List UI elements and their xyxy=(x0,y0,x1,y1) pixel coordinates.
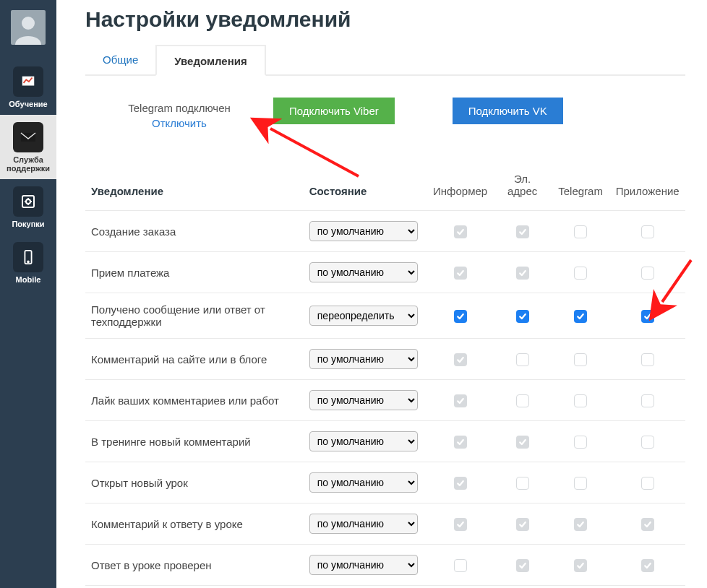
checkbox xyxy=(454,267,467,280)
checkbox[interactable] xyxy=(454,310,467,323)
checkbox xyxy=(516,225,529,238)
table-row: Комментарий к ответу в урокепо умолчанию… xyxy=(85,503,685,545)
checkbox xyxy=(641,267,654,280)
checkbox xyxy=(641,353,654,366)
table-row: Ответ в уроке проверенпо умолчаниюпереоп… xyxy=(85,545,685,586)
checkbox xyxy=(516,267,529,280)
table-row: В тренинге новый комментарийпо умолчанию… xyxy=(85,421,685,462)
checkbox xyxy=(574,353,587,366)
checkbox xyxy=(574,225,587,238)
phone-icon xyxy=(13,242,43,272)
checkbox xyxy=(574,559,587,572)
checkbox xyxy=(454,518,467,531)
checkbox xyxy=(641,394,654,407)
checkbox xyxy=(454,436,467,449)
th-telegram: Telegram xyxy=(552,173,609,211)
row-name: Прием платежа xyxy=(85,252,304,293)
checkbox xyxy=(574,267,587,280)
notifications-table: Уведомление Состояние Информер Эл. адрес… xyxy=(85,173,685,588)
checkbox xyxy=(574,394,587,407)
th-state: Состояние xyxy=(304,173,427,211)
checkbox xyxy=(516,477,529,490)
sidebar-item-label: Mobile xyxy=(14,275,43,285)
state-select[interactable]: по умолчаниюпереопределить xyxy=(309,306,418,326)
checkbox xyxy=(516,353,529,366)
state-select[interactable]: по умолчаниюпереопределить xyxy=(309,514,418,534)
state-select[interactable]: по умолчаниюпереопределить xyxy=(309,431,418,451)
checkbox[interactable] xyxy=(574,310,587,323)
telegram-status-text: Telegram подключен xyxy=(85,102,273,114)
telegram-status: Telegram подключен Отключить xyxy=(85,98,273,129)
table-row: Остальные уведомленияпо умолчаниюпереопр… xyxy=(85,586,685,589)
state-select[interactable]: по умолчаниюпереопределить xyxy=(309,262,418,282)
checkbox xyxy=(574,477,587,490)
checkbox xyxy=(574,518,587,531)
safe-icon xyxy=(13,186,43,217)
state-select[interactable]: по умолчаниюпереопределить xyxy=(309,472,418,493)
row-name: В тренинге новый комментарий xyxy=(85,421,304,462)
sidebar-item-label: Обучение xyxy=(7,100,48,109)
checkbox xyxy=(454,394,467,407)
svg-point-9 xyxy=(27,261,29,262)
sidebar-item-label: Покупки xyxy=(10,220,46,229)
row-name: Комментарий на сайте или в блоге xyxy=(85,339,304,380)
checkbox xyxy=(641,477,654,490)
sidebar: ОбучениеСлужба поддержкиПокупкиMobile xyxy=(0,0,56,588)
page-title: Настройки уведомлений xyxy=(85,7,685,32)
checkbox xyxy=(641,559,654,572)
row-name: Комментарий к ответу в уроке xyxy=(85,503,304,545)
sidebar-item-purchases[interactable]: Покупки xyxy=(0,179,56,235)
sidebar-item-label: Служба поддержки xyxy=(0,155,56,173)
table-row: Прием платежапо умолчаниюпереопределить xyxy=(85,252,685,293)
table-row: Получено сообщение или ответ от техподде… xyxy=(85,293,685,339)
checkbox xyxy=(454,225,467,238)
row-name: Создание заказа xyxy=(85,211,304,252)
chart-icon xyxy=(13,66,43,97)
checkbox xyxy=(516,518,529,531)
checkbox xyxy=(454,477,467,490)
checkbox xyxy=(516,394,529,407)
checkbox xyxy=(641,225,654,238)
row-name: Открыт новый урок xyxy=(85,462,304,503)
table-row: Открыт новый урокпо умолчаниюпереопредел… xyxy=(85,462,685,503)
checkbox xyxy=(454,353,467,366)
connect-row: Telegram подключен Отключить Подключить … xyxy=(85,98,685,129)
th-name: Уведомление xyxy=(85,173,304,211)
sidebar-item-learning[interactable]: Обучение xyxy=(0,59,56,115)
checkbox xyxy=(516,559,529,572)
svg-rect-2 xyxy=(22,196,34,207)
checkbox xyxy=(641,518,654,531)
state-select[interactable]: по умолчаниюпереопределить xyxy=(309,555,418,575)
th-informer: Информер xyxy=(427,173,494,211)
table-row: Лайк ваших комментариев или работпо умол… xyxy=(85,380,685,421)
connect-viber-button[interactable]: Подключить Viber xyxy=(273,98,395,124)
tab-general[interactable]: Общие xyxy=(85,45,155,76)
main-content: Настройки уведомлений ОбщиеУведомления T… xyxy=(56,0,707,588)
tabs: ОбщиеУведомления xyxy=(85,43,685,76)
sidebar-item-mobile[interactable]: Mobile xyxy=(0,235,56,290)
table-row: Создание заказапо умолчаниюпереопределит… xyxy=(85,211,685,252)
sidebar-avatar[interactable] xyxy=(0,6,56,59)
state-select[interactable]: по умолчаниюпереопределить xyxy=(309,390,418,410)
state-select[interactable]: по умолчаниюпереопределить xyxy=(309,349,418,369)
telegram-disconnect-link[interactable]: Отключить xyxy=(152,117,207,129)
checkbox xyxy=(574,436,587,449)
checkbox xyxy=(641,436,654,449)
row-name: Получено сообщение или ответ от техподде… xyxy=(85,293,304,339)
th-app: Приложение xyxy=(609,173,685,211)
mail-icon xyxy=(13,122,43,152)
checkbox[interactable] xyxy=(641,310,654,323)
connect-vk-button[interactable]: Подключить VK xyxy=(453,98,563,124)
checkbox[interactable] xyxy=(516,310,529,323)
th-email: Эл. адрес xyxy=(493,173,551,211)
svg-point-3 xyxy=(26,199,30,204)
tab-notifications[interactable]: Уведомления xyxy=(155,45,265,76)
checkbox xyxy=(516,436,529,449)
sidebar-item-support[interactable]: Служба поддержки xyxy=(0,115,56,179)
svg-point-0 xyxy=(22,17,35,30)
checkbox xyxy=(454,559,467,572)
row-name: Лайк ваших комментариев или работ xyxy=(85,380,304,421)
row-name: Остальные уведомления xyxy=(85,586,304,589)
state-select[interactable]: по умолчаниюпереопределить xyxy=(309,221,418,241)
row-name: Ответ в уроке проверен xyxy=(85,545,304,586)
